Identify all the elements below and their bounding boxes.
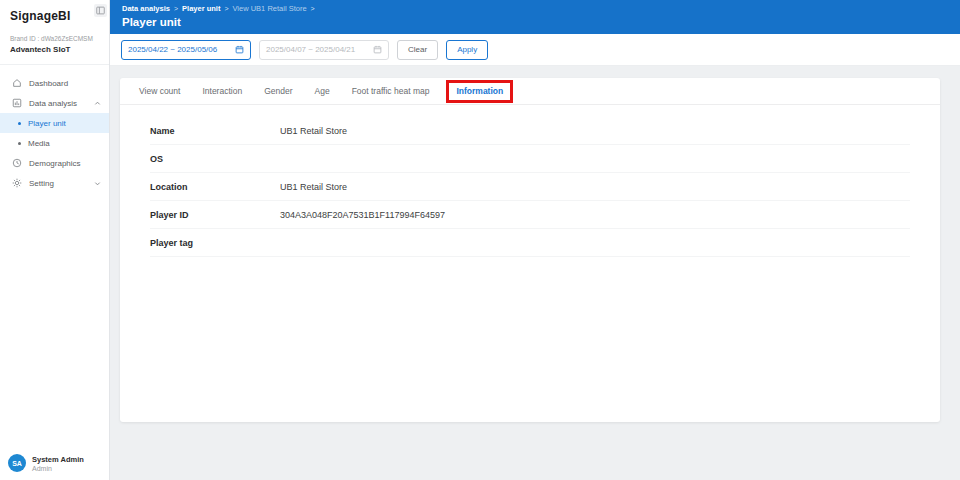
user-name: System Admin [32,455,84,464]
brand-name: Advantech SIoT [10,45,99,54]
info-value: UB1 Retail Store [280,182,347,192]
page-title: Player unit [122,16,960,28]
data-analysis-icon [12,98,22,108]
breadcrumb-separator: > [311,5,315,12]
sidebar-item-label: Setting [29,179,54,188]
tab-view-count[interactable]: View count [128,78,191,105]
sidebar-item-label: Demographics [29,159,81,168]
bullet-icon [18,142,21,145]
info-value: UB1 Retail Store [280,126,347,136]
sidebar-item-data-analysis[interactable]: Data analysis [0,93,109,113]
sidebar-item-setting[interactable]: Setting [0,173,109,193]
breadcrumb-separator: > [174,5,178,12]
chevron-down-icon [94,180,101,187]
breadcrumb-item[interactable]: Player unit [182,4,220,13]
page-header: Data analysis > Player unit > View UB1 R… [110,0,960,34]
date-range-input[interactable]: 2025/04/22 ~ 2025/05/06 [121,40,251,60]
date-range-value: 2025/04/22 ~ 2025/05/06 [128,45,217,54]
info-label: OS [150,154,280,164]
dashboard-icon [12,78,22,88]
info-row-player-id: Player ID 304A3A048F20A7531B1F117994F645… [150,201,910,229]
info-label: Location [150,182,280,192]
sidebar-item-dashboard[interactable]: Dashboard [0,73,109,93]
info-value: 304A3A048F20A7531B1F117994F64597 [280,210,445,220]
user-block[interactable]: SA System Admin Admin [0,454,109,472]
sidebar-item-media[interactable]: Media [0,133,109,153]
tab-interaction[interactable]: Interaction [191,78,253,105]
demographics-icon [12,158,22,168]
brand-block: Brand ID : dWa26ZsECMSM Advantech SIoT [0,23,109,65]
information-panel: Name UB1 Retail Store OS Location UB1 Re… [150,117,910,257]
sidebar-item-label: Data analysis [29,99,77,108]
tab-foot-traffic-heat-map[interactable]: Foot traffic heat map [341,78,441,105]
date-range-compare-input[interactable]: 2025/04/07 ~ 2025/04/21 [259,40,389,60]
info-label: Name [150,126,280,136]
app-logo: SignageBI [0,0,109,23]
sidebar-item-label: Player unit [28,119,66,128]
date-range-compare-value: 2025/04/07 ~ 2025/04/21 [266,45,355,54]
chevron-up-icon [94,100,101,107]
info-row-location: Location UB1 Retail Store [150,173,910,201]
tab-gender[interactable]: Gender [253,78,303,105]
tab-age[interactable]: Age [304,78,341,105]
bullet-icon [18,122,21,125]
filter-toolbar: 2025/04/22 ~ 2025/05/06 2025/04/07 ~ 202… [110,34,960,66]
sidebar-item-label: Media [28,139,50,148]
tab-information[interactable]: Information [456,86,503,96]
calendar-icon [373,45,382,54]
tab-bar: View count Interaction Gender Age Foot t… [120,78,940,105]
annotation-highlight: Information [446,80,513,103]
breadcrumb-item[interactable]: Data analysis [122,4,170,13]
sidebar-item-player-unit[interactable]: Player unit [0,113,109,133]
brand-id: Brand ID : dWa26ZsECMSM [10,35,99,42]
breadcrumb: Data analysis > Player unit > View UB1 R… [122,4,960,13]
sidebar-nav: Dashboard Data analysis Player unit Medi… [0,73,109,193]
calendar-icon [235,45,244,54]
info-row-name: Name UB1 Retail Store [150,117,910,145]
avatar: SA [8,454,26,472]
clear-button[interactable]: Clear [397,40,438,60]
info-label: Player tag [150,238,280,248]
gear-icon [12,178,22,188]
info-row-os: OS [150,145,910,173]
breadcrumb-item[interactable]: View UB1 Retail Store [233,4,307,13]
sidebar-item-demographics[interactable]: Demographics [0,153,109,173]
info-row-player-tag: Player tag [150,229,910,257]
info-label: Player ID [150,210,280,220]
sidebar-collapse-icon[interactable] [94,4,107,17]
user-role: Admin [32,465,84,472]
sidebar-item-label: Dashboard [29,79,68,88]
apply-button[interactable]: Apply [446,40,488,60]
breadcrumb-separator: > [224,5,228,12]
sidebar: SignageBI Brand ID : dWa26ZsECMSM Advant… [0,0,110,480]
content-card: View count Interaction Gender Age Foot t… [120,78,940,422]
